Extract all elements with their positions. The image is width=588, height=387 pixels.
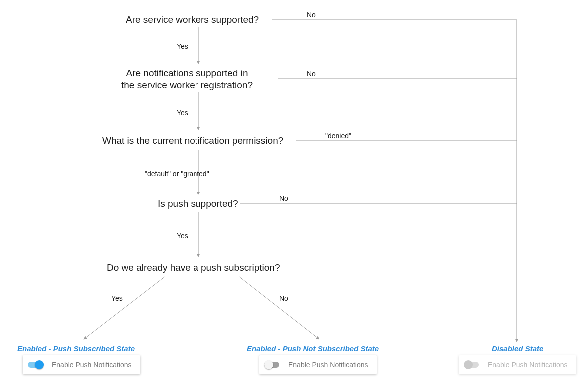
edge-q3-default-granted: "default" or "granted" [145, 170, 209, 178]
state-subscribed-title: Enabled - Push Subscribed State [17, 344, 135, 353]
edge-q5-yes: Yes [111, 294, 123, 302]
question-notification-permission: What is the current notification permiss… [102, 135, 283, 147]
edge-q1-yes: Yes [177, 42, 188, 50]
state-not-subscribed-card[interactable]: Enable Push Notifications [259, 355, 377, 374]
state-disabled-card: Enable Push Notifications [459, 355, 576, 374]
state-disabled-label: Enable Push Notifications [488, 361, 568, 369]
edge-q5-no: No [279, 294, 288, 302]
question-service-workers: Are service workers supported? [126, 14, 259, 26]
toggle-icon [464, 360, 481, 369]
edge-q2-no: No [307, 70, 316, 78]
svg-line-5 [239, 277, 319, 339]
edge-q4-no: No [279, 194, 288, 202]
svg-line-4 [84, 277, 165, 339]
edge-q2-yes: Yes [177, 109, 188, 117]
state-subscribed-card[interactable]: Enable Push Notifications [23, 355, 140, 374]
question-push-supported: Is push supported? [158, 198, 238, 210]
edge-q1-no: No [307, 11, 316, 19]
question-already-subscribed: Do we already have a push subscription? [107, 262, 280, 274]
state-not-subscribed-title: Enabled - Push Not Subscribed State [247, 344, 379, 353]
state-disabled-title: Disabled State [492, 344, 543, 353]
state-not-subscribed-label: Enable Push Notifications [288, 361, 368, 369]
edge-q3-denied: "denied" [325, 132, 351, 140]
edge-q4-yes: Yes [177, 232, 188, 240]
state-subscribed-label: Enable Push Notifications [52, 361, 132, 369]
toggle-icon [28, 360, 45, 369]
question-notifications-supported: Are notifications supported in the servi… [121, 67, 253, 91]
toggle-icon [264, 360, 281, 369]
